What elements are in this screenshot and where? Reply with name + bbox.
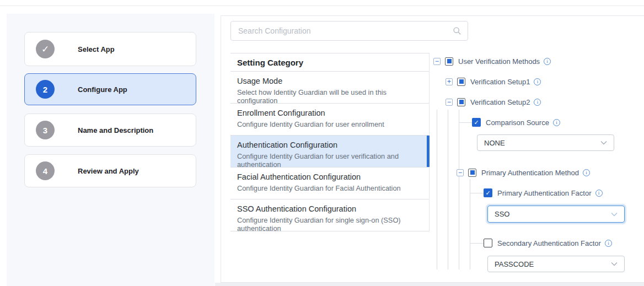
setting-item-enrollment[interactable]: Enrollment Configuration Configure Ident… [230, 104, 429, 136]
setting-title: Authentication Configuration [237, 141, 421, 149]
selected-indicator-bar [427, 136, 430, 167]
tree-node-label: Comparison Source [486, 118, 549, 127]
tree-node-verification-setup1: + Verification Setup1 i [446, 77, 541, 87]
collapse-toggle-icon[interactable]: − [457, 169, 464, 176]
checked-checkbox[interactable]: ✓ [484, 188, 492, 197]
tree-node-user-verification-methods: − User Verification Methods i [433, 56, 551, 66]
setting-description: Configure Identity Guardian for user ver… [237, 152, 421, 169]
step-number-circle: 4 [36, 161, 55, 180]
info-icon[interactable]: i [553, 119, 560, 126]
comparison-source-dropdown[interactable]: NONE [477, 134, 614, 151]
tree-node-label: Primary Authentication Factor [497, 189, 592, 197]
step-review-apply[interactable]: 4 Review and Apply [24, 154, 196, 187]
setting-title: Enrollment Configuration [237, 109, 421, 117]
setting-item-usage-mode[interactable]: Usage Mode Select how Identity Guardian … [230, 72, 429, 104]
step-configure-app[interactable]: 2 Configure App [24, 73, 196, 105]
stepper-panel: ✓ Select App 2 Configure App 3 Name and … [7, 14, 214, 286]
step-select-app[interactable]: ✓ Select App [24, 32, 196, 66]
tree-guide-line [448, 110, 448, 269]
tree-node-label: User Verification Methods [458, 57, 540, 66]
step-number-circle: 3 [36, 121, 55, 139]
step-label: Configure App [78, 85, 127, 94]
setting-description: Select how Identity Guardian will be use… [237, 88, 421, 105]
tree-node-comparison-source: ✓ Comparison Source i [472, 117, 560, 127]
tree-node-primary-authentication-factor: ✓ Primary Authentication Factor i [484, 188, 603, 198]
step-label: Select App [78, 45, 115, 53]
chevron-down-icon [611, 212, 618, 217]
search-field-wrap [230, 21, 468, 41]
tree-node-label: Primary Authentication Method [481, 169, 579, 177]
info-icon[interactable]: i [544, 58, 551, 65]
setting-title: Usage Mode [237, 77, 421, 85]
configuration-wizard: ✓ Select App 2 Configure App 3 Name and … [0, 0, 644, 286]
chevron-down-icon [600, 141, 607, 145]
check-icon: ✓ [41, 44, 49, 55]
expand-toggle-icon[interactable]: + [446, 78, 453, 85]
collapse-toggle-icon[interactable]: − [433, 58, 441, 65]
dropdown-value: SSO [495, 210, 611, 218]
setting-item-authentication[interactable]: Authentication Configuration Configure I… [230, 136, 429, 168]
step-label: Name and Description [78, 126, 153, 134]
setting-title: SSO Authentication Configuration [237, 204, 421, 213]
info-icon[interactable]: i [595, 190, 603, 197]
secondary-authentication-factor-dropdown[interactable]: PASSCODE [487, 256, 625, 272]
info-icon[interactable]: i [534, 78, 541, 85]
checked-checkbox[interactable]: ✓ [472, 118, 481, 127]
step-completed-circle: ✓ [36, 40, 55, 58]
step-name-description[interactable]: 3 Name and Description [24, 114, 196, 147]
tree-node-label: Secondary Authentication Factor [497, 239, 601, 247]
tree-node-secondary-authentication-factor: Secondary Authentication Factor i [484, 238, 612, 248]
indeterminate-checkbox[interactable] [457, 78, 465, 86]
tree-guide-line [459, 110, 459, 269]
verification-methods-tree: − User Verification Methods i + Verifica… [433, 16, 644, 283]
indeterminate-checkbox[interactable] [445, 57, 453, 66]
primary-authentication-factor-dropdown[interactable]: SSO [487, 206, 625, 223]
setting-title: Facial Authentication Configuration [237, 172, 421, 181]
tree-node-primary-authentication-method: − Primary Authentication Method i [457, 168, 590, 177]
tree-node-label: Verification Setup2 [470, 98, 530, 106]
info-icon[interactable]: i [605, 240, 612, 247]
tree-branch-line [470, 193, 484, 193]
tree-branch-line [459, 122, 472, 123]
bottom-strip [215, 283, 644, 286]
setting-category-header: Setting Category [230, 53, 429, 72]
indeterminate-checkbox[interactable] [457, 98, 465, 106]
configuration-panel: Setting Category Usage Mode Select how I… [221, 15, 644, 283]
chevron-down-icon [611, 262, 618, 266]
info-icon[interactable]: i [583, 169, 590, 176]
setting-item-sso-authentication[interactable]: SSO Authentication Configuration Configu… [230, 199, 429, 231]
tree-node-label: Verification Setup1 [470, 78, 530, 86]
dropdown-value: NONE [484, 139, 600, 147]
step-number-circle: 2 [36, 80, 55, 99]
tree-guide-line [437, 110, 437, 269]
dropdown-value: PASSCODE [495, 260, 611, 268]
setting-category-list: Setting Category Usage Mode Select how I… [230, 53, 430, 231]
info-icon[interactable]: i [534, 99, 541, 106]
tree-branch-line [470, 243, 484, 244]
setting-item-facial-authentication[interactable]: Facial Authentication Configuration Conf… [230, 168, 429, 199]
setting-description: Configure Identity Guardian for single s… [237, 216, 421, 233]
step-label: Review and Apply [78, 167, 139, 175]
setting-description: Configure Identity Guardian for user enr… [237, 120, 421, 128]
tree-node-verification-setup2: − Verification Setup2 i [446, 97, 541, 107]
top-divider [0, 6, 644, 6]
indeterminate-checkbox[interactable] [468, 169, 476, 177]
search-input[interactable] [230, 21, 468, 41]
setting-description: Configure Identity Guardian for Facial A… [237, 184, 421, 192]
unchecked-checkbox[interactable] [484, 239, 492, 247]
collapse-toggle-icon[interactable]: − [446, 99, 453, 106]
